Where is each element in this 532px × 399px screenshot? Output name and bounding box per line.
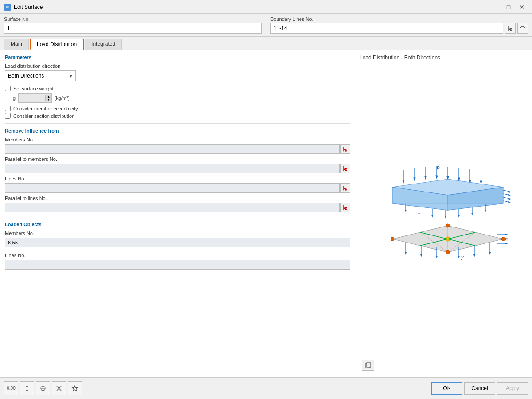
member-eccentricity-label[interactable]: Consider member eccentricity <box>13 106 78 111</box>
svg-marker-23 <box>508 194 511 197</box>
parallel-members-input[interactable] <box>5 164 340 173</box>
svg-marker-27 <box>508 201 511 204</box>
svg-point-56 <box>446 250 450 254</box>
parameters-section: Parameters Load distribution direction B… <box>5 55 350 119</box>
ok-button[interactable]: OK <box>431 382 462 395</box>
parameters-title: Parameters <box>5 55 350 60</box>
tab-integrated[interactable]: Integrated <box>85 39 122 50</box>
loaded-lines-input[interactable] <box>5 260 350 270</box>
weight-row: g ▲ ▼ [kg/m²] <box>5 93 350 103</box>
members-no-pick-btn[interactable] <box>340 144 350 154</box>
section-distribution-checkbox[interactable] <box>5 113 11 119</box>
svg-marker-11 <box>458 178 460 180</box>
section-distribution-label[interactable]: Consider section distribution <box>13 113 74 119</box>
remove-influence-section: Remove Influence from Members No. Parall… <box>5 128 350 212</box>
minimize-button[interactable]: – <box>489 2 501 12</box>
parallel-members-pick-btn[interactable] <box>340 164 350 173</box>
surface-no-group: Surface No. <box>4 16 262 34</box>
load-diagram-svg: p <box>368 157 519 281</box>
top-surface <box>392 179 511 219</box>
load-direction-select[interactable]: Both Directions In X Direction In Y Dire… <box>5 70 76 81</box>
svg-marker-7 <box>436 176 438 178</box>
tab-main[interactable]: Main <box>4 39 29 50</box>
svg-marker-88 <box>72 386 78 391</box>
close-button[interactable]: ✕ <box>516 2 528 12</box>
cursor-red-icon-2 <box>343 166 348 172</box>
svg-marker-41 <box>485 210 486 212</box>
cursor-red-icon <box>343 146 348 152</box>
svg-marker-77 <box>505 243 508 244</box>
parallel-members-row <box>5 164 350 173</box>
tabs-bar: Main Load Distribution Integrated <box>0 37 532 50</box>
svg-marker-63 <box>420 254 422 257</box>
body-area: Parameters Load distribution direction B… <box>0 50 532 377</box>
surface-no-input[interactable] <box>4 23 262 34</box>
svg-marker-37 <box>458 215 460 218</box>
svg-marker-5 <box>425 176 426 179</box>
tab-load-distribution[interactable]: Load Distribution <box>30 39 84 50</box>
parallel-lines-pick-btn[interactable] <box>340 203 350 212</box>
arrow-updown-icon <box>23 385 31 392</box>
members-no-input[interactable] <box>5 144 340 154</box>
g-spin-down[interactable]: ▼ <box>46 98 51 101</box>
bottom-structure: y x <box>391 224 508 260</box>
svg-marker-69 <box>473 254 475 257</box>
svg-marker-29 <box>405 210 407 212</box>
window-icon: ✏ <box>4 4 11 11</box>
loaded-members-input[interactable] <box>5 238 350 247</box>
right-panel-title: Load Distribution - Both Directions <box>360 55 527 61</box>
svg-marker-73 <box>505 234 508 235</box>
surface-weight-checkbox[interactable] <box>5 86 11 91</box>
surface-weight-label[interactable]: Set surface weight <box>13 86 54 91</box>
svg-rect-79 <box>367 363 371 367</box>
g-input-group: ▲ ▼ <box>18 93 52 103</box>
boundary-lines-input[interactable] <box>270 23 503 34</box>
cancel-button[interactable]: Cancel <box>464 382 495 395</box>
boundary-lines-pick-btn[interactable] <box>505 23 516 34</box>
lines-no-input[interactable] <box>5 183 340 193</box>
toolbar-btn-5[interactable] <box>68 381 82 395</box>
copy-icon <box>364 362 372 369</box>
lines-no-label: Lines No. <box>5 176 350 181</box>
svg-marker-35 <box>445 216 446 219</box>
apply-button[interactable]: Apply <box>497 382 528 395</box>
cursor-red-icon-4 <box>343 205 348 211</box>
svg-point-55 <box>446 224 450 227</box>
g-spinner: ▲ ▼ <box>45 95 51 101</box>
remove-influence-title: Remove Influence from <box>5 128 350 133</box>
cross-icon <box>55 385 63 392</box>
maximize-button[interactable]: □ <box>502 2 515 12</box>
loaded-objects-title: Loaded Objects <box>5 222 350 227</box>
parallel-lines-row <box>5 203 350 212</box>
toolbar-btn-4[interactable] <box>52 381 66 395</box>
titlebar: ✏ Edit Surface – □ ✕ <box>0 0 532 14</box>
main-window: ✏ Edit Surface – □ ✕ Surface No. Boundar… <box>0 0 532 399</box>
svg-marker-39 <box>471 213 473 215</box>
g-input[interactable] <box>19 94 45 102</box>
diagram-tools <box>362 360 374 371</box>
cursor-icon <box>507 25 513 31</box>
svg-marker-33 <box>431 215 433 218</box>
toolbar-btn-1[interactable]: 0.00 <box>4 381 18 395</box>
lines-no-row <box>5 183 350 193</box>
toolbar-btn-3[interactable] <box>36 381 50 395</box>
parallel-lines-input[interactable] <box>5 203 340 212</box>
load-direction-label: Load distribution direction <box>5 63 350 69</box>
svg-marker-61 <box>405 252 407 255</box>
svg-marker-15 <box>480 181 482 184</box>
svg-marker-67 <box>458 256 460 258</box>
boundary-lines-refresh-btn[interactable] <box>517 23 528 34</box>
member-eccentricity-row: Consider member eccentricity <box>5 106 350 111</box>
separator-2 <box>5 217 350 217</box>
diagram-area: p <box>360 65 527 373</box>
loaded-members-label: Members No. <box>5 231 350 236</box>
diagram-copy-btn[interactable] <box>362 360 374 371</box>
svg-marker-71 <box>489 252 491 255</box>
svg-marker-19 <box>392 203 503 210</box>
lines-no-pick-btn[interactable] <box>340 183 350 193</box>
g-spin-up[interactable]: ▲ <box>46 95 51 98</box>
toolbar-btn-2[interactable] <box>20 381 34 395</box>
surface-weight-row: Set surface weight <box>5 86 350 91</box>
member-eccentricity-checkbox[interactable] <box>5 106 11 111</box>
boundary-lines-group: Boundary Lines No. <box>270 16 528 34</box>
